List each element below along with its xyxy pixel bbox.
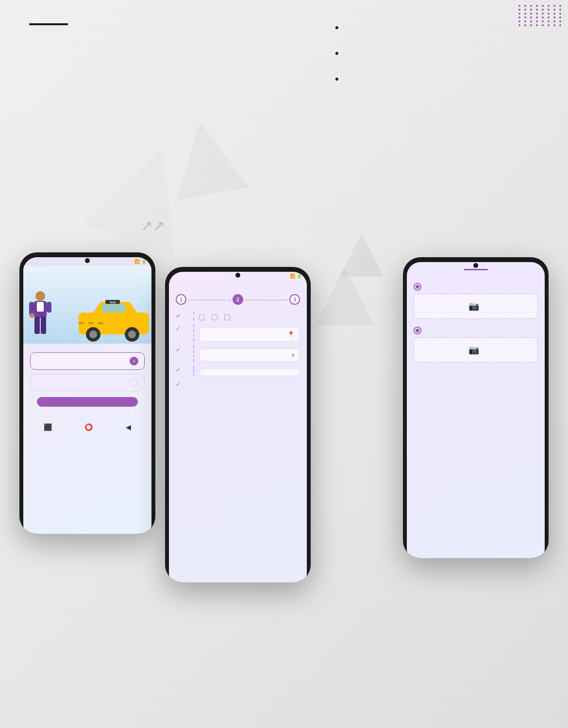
rc-book-upload[interactable]: 📷 bbox=[414, 337, 538, 363]
phone-1-icons: 📶 🔋 bbox=[134, 259, 147, 264]
rc-book-section: 📷 bbox=[407, 323, 545, 366]
location-check-icon: ✓ bbox=[176, 325, 181, 332]
driving-license-section: 📷 bbox=[407, 279, 545, 323]
owner-radio bbox=[130, 378, 138, 387]
phone-2: 📶 🔋 1 › bbox=[165, 267, 311, 582]
phone-1-hero: TAXI bbox=[23, 266, 151, 344]
vehicle-make-content bbox=[193, 365, 300, 376]
rc-book-header bbox=[414, 327, 538, 334]
driver-radio bbox=[130, 357, 138, 365]
register-check-icon: ✓ bbox=[176, 313, 181, 319]
required-info-header bbox=[169, 281, 307, 286]
welcome-section bbox=[169, 286, 307, 290]
person-illustration bbox=[28, 290, 52, 344]
svg-point-9 bbox=[30, 313, 34, 318]
svg-rect-4 bbox=[37, 302, 44, 312]
rc-book-radio bbox=[414, 327, 421, 334]
vehicle-type-check-icon: ✓ bbox=[176, 347, 181, 353]
service-location-content: 📍 bbox=[193, 324, 300, 342]
svg-rect-22 bbox=[93, 322, 98, 324]
both-checkbox-sq bbox=[224, 314, 230, 320]
vehicle-make-section: ✓ bbox=[169, 364, 307, 378]
bg-shape-2 bbox=[164, 116, 249, 200]
account-section bbox=[23, 344, 151, 417]
svg-point-15 bbox=[89, 331, 97, 338]
phone-3: 📷 📷 bbox=[403, 257, 549, 558]
vehicle-type-content: ∨ bbox=[193, 346, 300, 362]
service-location-input[interactable]: 📍 bbox=[199, 327, 300, 342]
svg-rect-20 bbox=[84, 322, 88, 324]
nav-square-icon[interactable]: ⬛ bbox=[44, 423, 52, 431]
features-list bbox=[335, 19, 539, 97]
vehicle-type-section: ✓ ∨ bbox=[169, 344, 307, 364]
driving-license-radio bbox=[414, 283, 421, 291]
vehicle-model-section: ✓ bbox=[169, 378, 307, 390]
svg-rect-21 bbox=[88, 322, 93, 324]
svg-text:TAXI: TAXI bbox=[109, 301, 116, 304]
owner-option[interactable] bbox=[30, 374, 145, 391]
step-indicator: 1 › 2 3 bbox=[169, 290, 307, 310]
taxi-checkbox-sq bbox=[199, 314, 205, 320]
both-checkbox[interactable] bbox=[224, 314, 232, 320]
svg-rect-11 bbox=[102, 304, 125, 313]
continue-button[interactable] bbox=[37, 397, 138, 407]
step-1-group: 1 bbox=[176, 294, 186, 306]
svg-rect-23 bbox=[98, 322, 103, 324]
phone-1-dot bbox=[85, 258, 90, 263]
service-location-section: ✓ 📍 bbox=[169, 322, 307, 344]
phone-1-nav: ⬛ ⭕ ◀ bbox=[23, 419, 151, 435]
nav-circle-icon[interactable]: ⭕ bbox=[84, 423, 93, 431]
camera-icon: 📷 bbox=[468, 301, 479, 312]
vehicle-type-dropdown[interactable]: ∨ bbox=[199, 348, 300, 362]
driver-option[interactable] bbox=[30, 352, 145, 370]
vehicle-make-check-icon: ✓ bbox=[176, 366, 181, 373]
svg-rect-5 bbox=[34, 317, 40, 334]
nav-back-icon[interactable]: ◀ bbox=[126, 423, 131, 431]
step-2-circle: 2 bbox=[233, 294, 243, 305]
vehicle-make-input[interactable] bbox=[199, 368, 300, 376]
phone-3-dot bbox=[473, 263, 478, 268]
phone-3-inner: 📷 📷 bbox=[407, 262, 545, 558]
svg-rect-8 bbox=[47, 302, 51, 313]
feature-upload-docs bbox=[335, 45, 539, 61]
phone-2-icons: 📶 🔋 bbox=[290, 274, 302, 279]
driving-license-header bbox=[414, 283, 538, 291]
step-3-group: 3 bbox=[289, 294, 300, 306]
title-underline bbox=[29, 23, 68, 25]
svg-point-2 bbox=[35, 291, 45, 301]
step-1-circle: 1 bbox=[176, 294, 186, 305]
svg-rect-6 bbox=[41, 317, 46, 334]
location-pin-icon: 📍 bbox=[287, 331, 295, 338]
step-connector-1: › bbox=[188, 298, 231, 303]
register-options-row bbox=[199, 314, 300, 320]
step-3-circle: 3 bbox=[289, 294, 300, 305]
delivery-checkbox[interactable] bbox=[212, 314, 219, 320]
step-line-1 bbox=[188, 300, 228, 300]
camera-icon-2: 📷 bbox=[468, 345, 479, 355]
taxi-illustration: TAXI bbox=[74, 298, 151, 344]
step-2-group: 2 bbox=[233, 294, 243, 306]
register-for-content bbox=[193, 312, 300, 320]
vehicle-model-content bbox=[184, 380, 300, 383]
chevron-down-icon: ∨ bbox=[291, 352, 295, 358]
phones-container: 📶 🔋 bbox=[0, 252, 568, 582]
arrow-decoration: ↙↙ bbox=[141, 218, 165, 235]
step-arrow-icon: › bbox=[229, 298, 231, 303]
phone-1-inner: 📶 🔋 bbox=[23, 257, 151, 534]
svg-rect-24 bbox=[103, 322, 108, 324]
phone-1: 📶 🔋 bbox=[19, 252, 155, 534]
taxi-checkbox[interactable] bbox=[199, 314, 207, 320]
svg-point-17 bbox=[128, 331, 136, 338]
register-for-section: ✓ bbox=[169, 310, 307, 322]
delivery-checkbox-sq bbox=[212, 314, 217, 320]
feature-elegant-process bbox=[335, 71, 539, 87]
svg-rect-19 bbox=[79, 322, 84, 324]
vehicle-model-check-icon: ✓ bbox=[176, 381, 181, 388]
feature-vehicle-info bbox=[335, 19, 539, 35]
phone-2-inner: 📶 🔋 1 › bbox=[169, 272, 307, 582]
driving-license-upload[interactable]: 📷 bbox=[414, 294, 538, 319]
document-tab-line bbox=[464, 269, 488, 270]
phone-2-dot bbox=[235, 273, 240, 278]
step-line-2 bbox=[245, 300, 287, 300]
